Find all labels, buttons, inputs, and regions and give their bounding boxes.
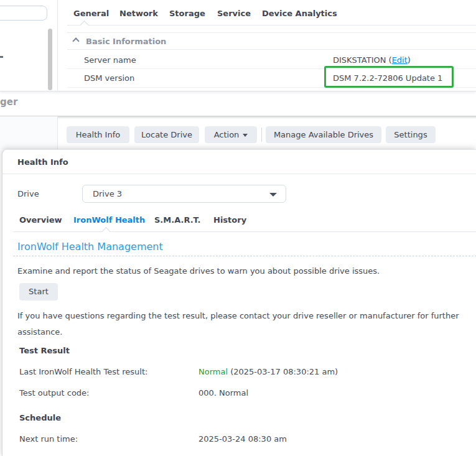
dialog-title: Health Info: [17, 157, 68, 167]
last-test-label: Last IronWolf Health Test result:: [19, 367, 147, 376]
ironwolf-description: Examine and report the status of Seagate…: [17, 266, 380, 276]
server-name-suffix: ): [408, 55, 411, 65]
tab-history[interactable]: History: [213, 215, 246, 225]
caret-down-icon: [243, 134, 248, 137]
tab-storage[interactable]: Storage: [169, 9, 205, 18]
last-test-value: Normal (2025-03-17 08:30:21 am): [198, 367, 338, 376]
active-tab-notch: [102, 227, 110, 235]
locate-drive-button[interactable]: Locate Drive: [134, 126, 199, 143]
reseller-note: If you have questions regarding the test…: [17, 308, 464, 340]
next-run-value: 2025-03-24 08:30 am: [198, 434, 287, 444]
last-test-timestamp: (2025-03-17 08:30:21 am): [228, 367, 338, 376]
info-center-window: General Network Storage Service Device A…: [0, 0, 476, 91]
ironwolf-heading: IronWolf Health Management: [17, 241, 163, 253]
divider: [67, 32, 476, 33]
dsm-version-label: DSM version: [84, 73, 134, 83]
edit-link[interactable]: Edit: [392, 55, 408, 65]
action-button[interactable]: Action: [205, 126, 257, 143]
settings-button[interactable]: Settings: [386, 126, 436, 143]
action-button-label: Action: [214, 130, 240, 139]
tab-general[interactable]: General: [73, 9, 109, 18]
output-code-label: Test output code:: [19, 388, 89, 398]
dialog-header-divider: [2, 174, 476, 174]
tab-ironwolf-health[interactable]: IronWolf Health: [73, 215, 145, 225]
health-info-button[interactable]: Health Info: [67, 126, 129, 143]
divider: [67, 68, 476, 69]
health-info-dialog: Health Info Drive Drive 3 Overview IronW…: [2, 149, 476, 456]
test-result-heading: Test Result: [19, 346, 70, 355]
status-normal: Normal: [198, 367, 228, 376]
server-name-label: Server name: [84, 55, 136, 65]
server-name-text: DISKSTATION (: [333, 55, 392, 65]
start-button[interactable]: Start: [19, 283, 58, 300]
output-code-value: 000. Normal: [198, 388, 248, 398]
server-name-value: DISKSTATION (Edit): [333, 55, 411, 65]
drive-select[interactable]: Drive 3: [82, 185, 286, 203]
tab-device-analytics[interactable]: Device Analytics: [262, 9, 337, 18]
list-marker: [0, 56, 3, 58]
divider: [67, 49, 476, 50]
drive-label: Drive: [17, 189, 39, 198]
section-title: Basic Information: [86, 37, 166, 46]
tab-underline: [67, 25, 476, 26]
window-shadow: [0, 116, 476, 119]
schedule-heading: Schedule: [19, 413, 61, 422]
caret-down-icon: [269, 193, 277, 197]
scrollbar-thumb[interactable]: [48, 29, 52, 90]
tab-service[interactable]: Service: [217, 9, 251, 18]
storage-manager-title-partial: ger: [0, 96, 17, 108]
dashed-divider: [13, 256, 476, 256]
active-tab-notch: [80, 21, 88, 29]
chevron-up-icon[interactable]: [72, 37, 79, 44]
next-run-label: Next run time:: [19, 434, 78, 444]
dsm-version-value: DSM 7.2.2-72806 Update 1: [333, 73, 442, 83]
pane-divider: [57, 0, 58, 91]
tab-smart[interactable]: S.M.A.R.T.: [154, 215, 200, 225]
divider: [67, 87, 476, 88]
tab-overview[interactable]: Overview: [19, 215, 62, 225]
manage-available-drives-button[interactable]: Manage Available Drives: [266, 126, 381, 143]
toolbar-divider: [261, 128, 262, 142]
storage-manager-sidebar: [0, 116, 58, 149]
dialog-tab-underline: [13, 231, 476, 232]
drive-select-value: Drive 3: [93, 189, 122, 198]
tab-network[interactable]: Network: [119, 9, 158, 18]
search-box-partial[interactable]: [0, 6, 47, 21]
